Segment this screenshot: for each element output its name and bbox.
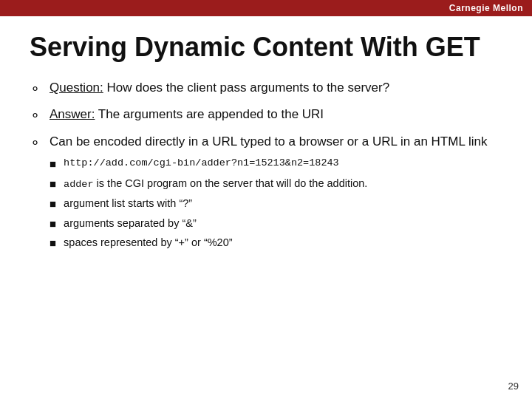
sub-text-5: spaces represented by “+” or “%20” — [64, 235, 502, 250]
carnegie-mellon-logo: Carnegie Mellon — [449, 3, 523, 13]
encoded-text: Can be encoded directly in a URL typed t… — [50, 134, 487, 149]
sub-text-2: adder is the CGI program on the server t… — [64, 176, 502, 192]
bullet-text-encoded: Can be encoded directly in a URL typed t… — [50, 133, 502, 256]
sub-bullet-4: ■ — [50, 216, 56, 232]
sub-text-2-plain: is the CGI program on the server that wi… — [94, 177, 368, 189]
sub-bullet-list: ■ http://add.com/cgi-bin/adder?n1=15213&… — [50, 156, 502, 251]
bullet-text-question: Question: How does the client pass argum… — [50, 79, 502, 97]
sub-bullet-1: ■ — [50, 156, 56, 172]
page-number: 29 — [508, 381, 519, 392]
bullet-circle-1: ⚬ — [30, 80, 41, 98]
bullet-text-answer: Answer: The arguments are appended to th… — [50, 106, 502, 123]
question-text: How does the client pass arguments to th… — [103, 81, 389, 95]
sub-text-3: argument list starts with “?” — [64, 196, 502, 211]
bullet-item-answer: ⚬ Answer: The arguments are appended to … — [30, 106, 502, 125]
question-label: Question: — [50, 81, 103, 95]
bullet-item-question: ⚬ Question: How does the client pass arg… — [30, 79, 502, 98]
or-text: or — [191, 236, 201, 248]
header-bar: Carnegie Mellon — [0, 0, 532, 16]
sub-bullet-5: ■ — [50, 235, 56, 251]
sub-text-4: arguments separated by “&” — [64, 216, 502, 231]
bullet-item-encoded: ⚬ Can be encoded directly in a URL typed… — [30, 133, 502, 256]
sub-item-3: ■ argument list starts with “?” — [50, 196, 502, 212]
sub-item-4: ■ arguments separated by “&” — [50, 216, 502, 232]
sub-item-2: ■ adder is the CGI program on the server… — [50, 176, 502, 192]
sub-text-1: http://add.com/cgi-bin/adder?n1=15213&n2… — [64, 156, 502, 171]
bullet-circle-3: ⚬ — [30, 134, 41, 152]
sub-text-2-mono: adder — [64, 179, 94, 190]
answer-label: Answer: — [50, 107, 95, 121]
sub-item-1: ■ http://add.com/cgi-bin/adder?n1=15213&… — [50, 156, 502, 172]
sub-bullet-2: ■ — [50, 176, 56, 192]
bullet-circle-2: ⚬ — [30, 106, 41, 125]
main-bullet-list: ⚬ Question: How does the client pass arg… — [30, 79, 502, 255]
sub-bullet-3: ■ — [50, 196, 56, 212]
sub-item-5: ■ spaces represented by “+” or “%20” — [50, 235, 502, 251]
answer-text: The arguments are appended to the URI — [95, 107, 324, 121]
slide-content: Serving Dynamic Content With GET ⚬ Quest… — [0, 16, 532, 277]
slide-title: Serving Dynamic Content With GET — [30, 31, 502, 63]
